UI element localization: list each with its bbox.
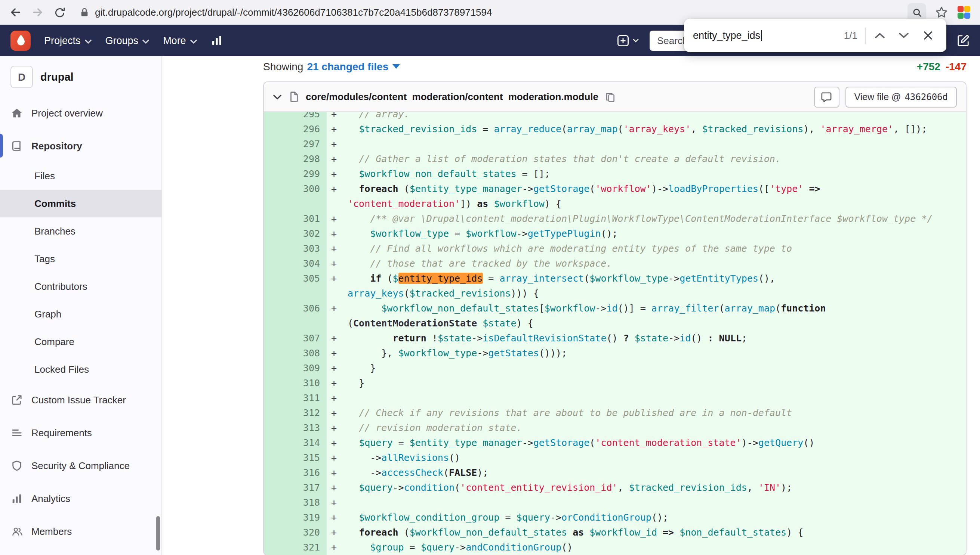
new-line-number[interactable]: 296 <box>292 122 327 137</box>
collapse-chevron-icon[interactable] <box>273 94 282 100</box>
refresh-button[interactable] <box>54 6 66 18</box>
nav-menu-groups[interactable]: Groups <box>105 35 150 46</box>
new-line-number[interactable]: 310 <box>292 376 327 391</box>
new-menu-button[interactable] <box>617 34 639 47</box>
new-line-number[interactable]: 312 <box>292 406 327 420</box>
old-line-number <box>264 495 292 510</box>
sidebar-item-label: Graph <box>34 308 61 320</box>
new-line-number[interactable]: 300 <box>292 181 327 212</box>
sidebar-item-project-overview[interactable]: Project overview <box>0 96 161 129</box>
view-file-label: View file @ <box>854 91 901 102</box>
old-line-number <box>264 226 292 241</box>
code-cell: // revision moderation state. <box>342 420 966 435</box>
new-line-number[interactable]: 317 <box>292 480 327 495</box>
code-cell: foreach ($entity_type_manager->getStorag… <box>342 181 966 212</box>
sidebar-item-locked-files[interactable]: Locked Files <box>0 356 161 383</box>
new-line-number[interactable]: 302 <box>292 226 327 241</box>
code-cell: ->accessCheck(FALSE); <box>342 465 966 480</box>
diff-add-marker: + <box>327 376 342 391</box>
new-line-number[interactable]: 308 <box>292 346 327 361</box>
sidebar-scrollbar[interactable] <box>156 516 160 550</box>
sidebar-item-graph[interactable]: Graph <box>0 300 161 328</box>
copy-path-icon[interactable] <box>605 91 615 102</box>
new-line-number[interactable]: 309 <box>292 361 327 376</box>
bookmark-star-icon[interactable] <box>935 6 948 19</box>
next-match-button[interactable] <box>894 26 914 45</box>
code-cell: // Check if any revisions that are about… <box>342 406 966 420</box>
old-line-number <box>264 465 292 480</box>
sidebar-item-repository[interactable]: Repository <box>0 129 161 162</box>
find-query[interactable]: entity_type_ids <box>693 30 760 41</box>
sidebar-item-members[interactable]: Members <box>0 515 161 547</box>
diff-add-marker: + <box>327 346 342 361</box>
new-line-number[interactable]: 306 <box>292 301 327 331</box>
diff-row: 320+ foreach ($workflow_non_default_stat… <box>264 525 966 540</box>
changed-files-dropdown[interactable]: 21 changed files <box>307 61 399 72</box>
old-line-number <box>264 271 292 301</box>
sidebar-item-custom-issue-tracker[interactable]: Custom Issue Tracker <box>0 383 161 416</box>
diff-add-marker: + <box>327 465 342 480</box>
old-line-number <box>264 301 292 331</box>
diff-add-marker: + <box>327 167 342 181</box>
new-line-number[interactable]: 321 <box>292 540 327 555</box>
new-line-number[interactable]: 298 <box>292 152 327 167</box>
drupal-logo[interactable] <box>10 30 31 50</box>
back-button[interactable] <box>9 6 22 19</box>
diff-row: 303+ // Find all workflows which are mod… <box>264 241 966 256</box>
new-line-number[interactable]: 314 <box>292 435 327 451</box>
sidebar-item-label: Custom Issue Tracker <box>31 394 126 405</box>
code-cell: $query = $entity_type_manager->getStorag… <box>342 435 966 451</box>
new-line-number[interactable]: 315 <box>292 451 327 465</box>
new-line-number[interactable]: 297 <box>292 137 327 152</box>
plus-square-icon <box>617 34 629 47</box>
chevron-down-icon <box>190 38 197 44</box>
find-in-page-bar: entity_type_ids 1/1 <box>684 19 946 52</box>
sidebar-item-files[interactable]: Files <box>0 162 161 190</box>
diff-add-marker: + <box>327 480 342 495</box>
nav-menu-more[interactable]: More <box>163 35 197 46</box>
sidebar-item-contributors[interactable]: Contributors <box>0 273 161 300</box>
diff-row: 316+ ->accessCheck(FALSE); <box>264 465 966 480</box>
view-file-button[interactable]: View file @ 4362606d <box>845 86 957 107</box>
diff-add-marker: + <box>327 226 342 241</box>
new-line-number[interactable]: 303 <box>292 241 327 256</box>
sidebar-item-compare[interactable]: Compare <box>0 328 161 356</box>
sidebar-item-security-compliance[interactable]: Security & Compliance <box>0 449 161 482</box>
file-path[interactable]: core/modules/content_moderation/content_… <box>306 91 599 102</box>
home-icon <box>10 107 23 119</box>
close-find-button[interactable] <box>918 26 937 45</box>
nav-menu-projects[interactable]: Projects <box>44 35 92 46</box>
old-line-number <box>264 451 292 465</box>
new-line-number[interactable]: 295 <box>292 112 327 122</box>
edit-square-icon[interactable] <box>957 34 970 47</box>
new-line-number[interactable]: 316 <box>292 465 327 480</box>
sidebar-item-commits[interactable]: Commits <box>0 190 161 217</box>
sidebar-item-requirements[interactable]: Requirements <box>0 416 161 449</box>
sidebar-item-tags[interactable]: Tags <box>0 245 161 273</box>
forward-button[interactable] <box>31 6 44 19</box>
code-cell: if ($entity_type_ids = array_intersect($… <box>342 271 966 301</box>
new-line-number[interactable]: 311 <box>292 391 327 406</box>
new-line-number[interactable]: 299 <box>292 167 327 181</box>
new-line-number[interactable]: 320 <box>292 525 327 540</box>
previous-match-button[interactable] <box>870 26 890 45</box>
new-line-number[interactable]: 305 <box>292 271 327 301</box>
diff-add-marker: + <box>327 152 342 167</box>
address-bar[interactable]: git.drupalcode.org/project/drupal/-/comm… <box>80 7 890 18</box>
sidebar-item-analytics[interactable]: Analytics <box>0 482 161 515</box>
new-line-number[interactable]: 304 <box>292 256 327 271</box>
diff-add-marker: + <box>327 435 342 451</box>
extension-avatar-icon[interactable] <box>957 5 971 19</box>
new-line-number[interactable]: 301 <box>292 212 327 226</box>
old-line-number <box>264 152 292 167</box>
new-line-number[interactable]: 307 <box>292 331 327 346</box>
diff-row: 321+ $group = $query->andConditionGroup(… <box>264 540 966 555</box>
caret-down-icon <box>392 64 399 69</box>
sidebar-item-branches[interactable]: Branches <box>0 217 161 245</box>
project-header[interactable]: D drupal <box>0 56 161 96</box>
new-line-number[interactable]: 319 <box>292 510 327 525</box>
new-line-number[interactable]: 313 <box>292 420 327 435</box>
new-line-number[interactable]: 318 <box>292 495 327 510</box>
nav-chart-icon[interactable] <box>211 34 223 46</box>
comment-button[interactable] <box>814 86 839 107</box>
